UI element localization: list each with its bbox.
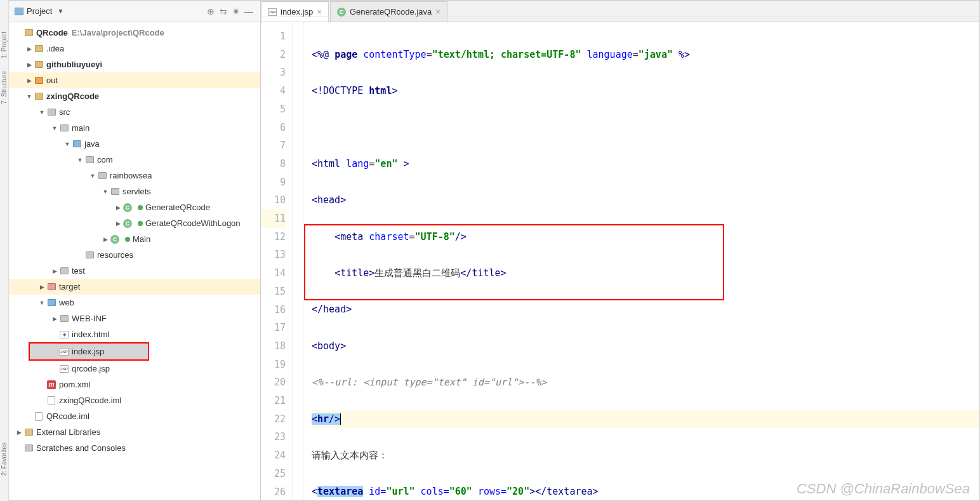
tree-item[interactable]: ▶githubliuyueyi <box>10 57 260 72</box>
tree-item[interactable]: ▼zxingQRcode <box>10 88 260 104</box>
code-body[interactable]: <%@ page contentType="text/html; charset… <box>304 22 979 500</box>
tree-item[interactable]: ▼main <box>10 120 260 136</box>
tree-item-selected[interactable]: JSPindex.jsp <box>30 344 148 359</box>
left-tool-strip[interactable]: 1: Project 7: Structure 2: Favorites <box>0 0 9 501</box>
tree-item[interactable]: ▼rainbowsea <box>10 168 260 184</box>
hide-icon[interactable]: — <box>242 5 255 18</box>
run-marker-icon <box>138 205 143 210</box>
tree-item[interactable]: Scratches and Consoles <box>10 440 260 456</box>
tree-item[interactable]: ▼servlets <box>10 184 260 199</box>
code-editor[interactable]: 1234567891011121314151617181920212223242… <box>261 22 979 500</box>
tree-item[interactable]: ▼java <box>10 136 260 152</box>
tree-item[interactable]: resources <box>10 247 260 263</box>
tree-item[interactable]: ▼src <box>10 104 260 120</box>
line-gutter: 1234567891011121314151617181920212223242… <box>261 22 293 500</box>
project-panel: Project ▼ ⊕ ⇆ ✷ — QRcodeE:\Java\project\… <box>10 1 261 500</box>
tab-inactive[interactable]: C GenerateQRcode.java × <box>330 1 447 22</box>
project-label: Project <box>27 6 52 16</box>
run-marker-icon <box>125 237 130 242</box>
tree-item[interactable]: ▶target <box>10 279 260 295</box>
tree-item[interactable]: ▼web <box>10 295 260 311</box>
tree-item[interactable]: ▶External Libraries <box>10 424 260 440</box>
run-marker-icon <box>138 221 143 226</box>
marker-gutter <box>293 22 304 500</box>
project-view-selector[interactable]: Project ▼ <box>15 6 63 16</box>
tree-item[interactable]: ▶test <box>10 263 260 279</box>
folder-icon <box>15 8 23 15</box>
settings-icon[interactable]: ✷ <box>230 5 242 18</box>
project-header: Project ▼ ⊕ ⇆ ✷ — <box>10 1 260 22</box>
tree-item[interactable]: mpom.xml <box>10 377 260 392</box>
tab-active[interactable]: JSP index.jsp × <box>261 1 329 22</box>
expand-icon[interactable]: ⇆ <box>217 5 230 18</box>
tree-item[interactable]: zxingQRcode.iml <box>10 392 260 408</box>
tree-item[interactable]: JSPqrcode.jsp <box>10 361 260 377</box>
tree-item[interactable]: ▶CGerateQRcodeWithLogon <box>10 215 260 231</box>
sidebar-tab-favorites[interactable]: 2: Favorites <box>1 443 8 476</box>
tree-item[interactable]: ▶CMain <box>10 231 260 247</box>
tree-item[interactable]: ▶out <box>10 72 260 88</box>
tree-root[interactable]: QRcodeE:\Java\project\QRcode <box>10 25 260 41</box>
tree-item[interactable]: ▶CGenerateQRcode <box>10 199 260 215</box>
tree-item[interactable]: ◆index.html <box>10 326 260 342</box>
tree-item[interactable]: ▼com <box>10 152 260 168</box>
locate-icon[interactable]: ⊕ <box>204 5 217 18</box>
editor-tabs: JSP index.jsp × C GenerateQRcode.java × <box>261 1 979 22</box>
tree-item[interactable]: ▶WEB-INF <box>10 311 260 326</box>
sidebar-tab-project[interactable]: 1: Project <box>1 32 8 58</box>
project-tree[interactable]: QRcodeE:\Java\project\QRcode ▶.idea ▶git… <box>10 22 260 500</box>
editor-panel: JSP index.jsp × C GenerateQRcode.java × … <box>261 1 979 500</box>
tree-item[interactable]: ▶.idea <box>10 41 260 57</box>
tree-item[interactable]: QRcode.iml <box>10 408 260 424</box>
sidebar-tab-structure[interactable]: 7: Structure <box>1 71 8 104</box>
chevron-down-icon: ▼ <box>57 8 63 15</box>
